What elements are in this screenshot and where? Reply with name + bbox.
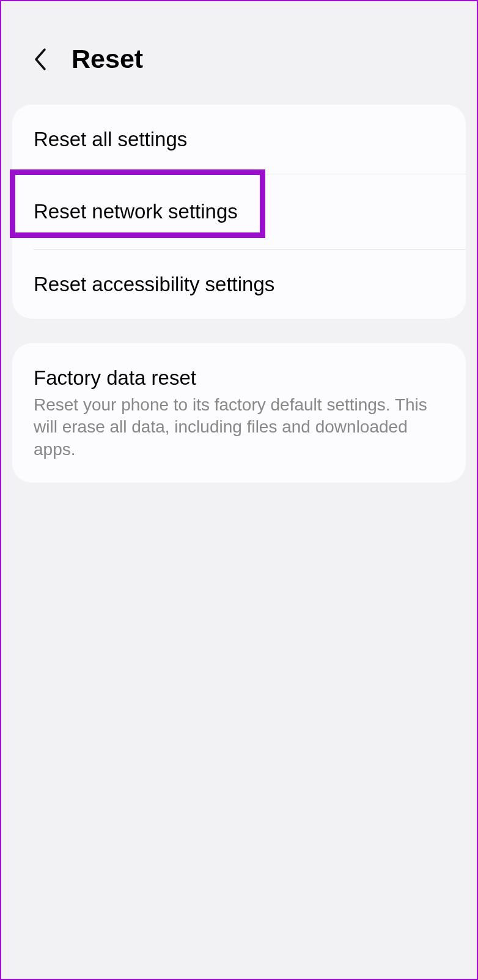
back-icon[interactable] [29, 47, 53, 72]
page-title: Reset [72, 44, 143, 74]
factory-reset-card: Factory data reset Reset your phone to i… [12, 343, 466, 483]
item-title: Reset accessibility settings [34, 272, 444, 297]
reset-options-card: Reset all settings Reset network setting… [12, 105, 466, 319]
reset-accessibility-settings-item[interactable]: Reset accessibility settings [12, 250, 466, 319]
item-title: Reset network settings [34, 199, 444, 224]
item-subtitle: Reset your phone to its factory default … [34, 394, 444, 461]
item-title: Reset all settings [34, 127, 444, 152]
item-title: Factory data reset [34, 365, 444, 390]
factory-data-reset-item[interactable]: Factory data reset Reset your phone to i… [12, 343, 466, 483]
reset-all-settings-item[interactable]: Reset all settings [12, 105, 466, 174]
header: Reset [1, 1, 477, 105]
reset-network-settings-item[interactable]: Reset network settings [12, 174, 466, 248]
